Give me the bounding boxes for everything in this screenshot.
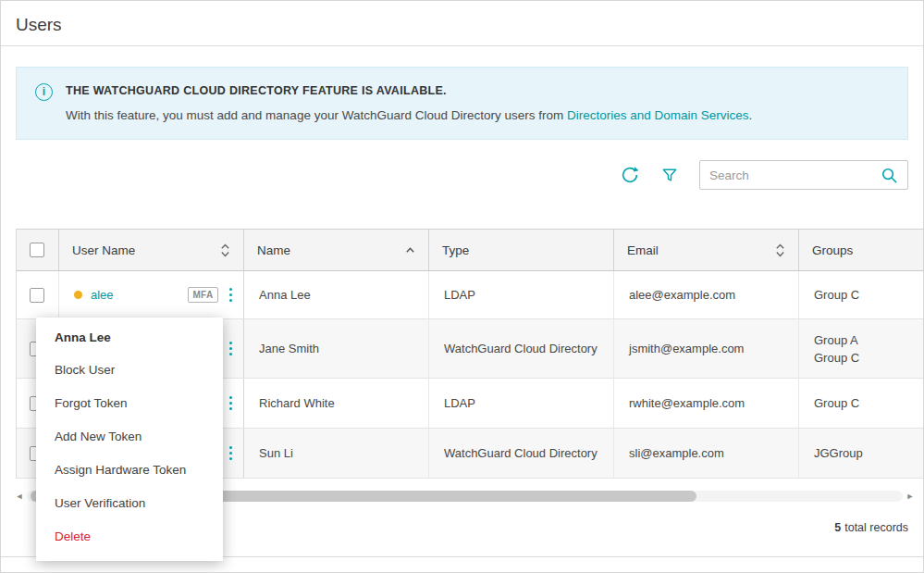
row-menu-icon[interactable]: [229, 288, 233, 303]
header-label-groups: Groups: [812, 243, 853, 257]
table-row[interactable]: alee MFA Anna Lee LDAP alee@example.com …: [17, 271, 924, 319]
row-select-cell: [17, 271, 59, 318]
status-dot-icon: [74, 291, 82, 299]
header-cell-email[interactable]: Email: [614, 230, 799, 270]
sort-both-icon[interactable]: [220, 243, 230, 258]
mfa-badge: MFA: [188, 287, 217, 303]
header-cell-select-all: [17, 230, 59, 270]
banner-body-text: With this feature, you must add and mana…: [66, 108, 567, 122]
groups-cell: Group C: [799, 379, 924, 428]
sort-both-icon[interactable]: [775, 243, 785, 258]
refresh-icon[interactable]: [620, 165, 640, 185]
menu-item-user-verification[interactable]: User Verification: [36, 487, 223, 520]
header-label-email: Email: [627, 243, 659, 257]
header-label-name: Name: [257, 243, 290, 257]
group-line: Group C: [814, 349, 859, 367]
row-menu-icon[interactable]: [229, 342, 233, 356]
name-cell: Anna Lee: [244, 271, 429, 318]
menu-item-forgot-token[interactable]: Forgot Token: [36, 387, 223, 420]
banner-text: THE WATCHGUARD CLOUD DIRECTORY FEATURE I…: [66, 82, 752, 124]
banner-title: THE WATCHGUARD CLOUD DIRECTORY FEATURE I…: [66, 82, 752, 100]
type-cell: LDAP: [429, 379, 614, 428]
search-input[interactable]: [709, 168, 881, 182]
name-cell: Jane Smith: [244, 319, 429, 378]
row-menu-icon[interactable]: [229, 396, 233, 411]
filter-icon[interactable]: [660, 166, 679, 184]
total-records-count: 5: [834, 521, 841, 534]
row-checkbox[interactable]: [30, 288, 44, 303]
users-page: Users i THE WATCHGUARD CLOUD DIRECTORY F…: [0, 0, 924, 573]
header-cell-name[interactable]: Name: [244, 230, 429, 270]
menu-item-delete[interactable]: Delete: [36, 520, 223, 554]
header-cell-groups[interactable]: Groups: [799, 230, 924, 270]
table-toolbar: [16, 160, 908, 190]
group-line: Group A: [814, 331, 859, 349]
page-header: Users: [1, 1, 923, 46]
menu-item-block-user[interactable]: Block User: [36, 354, 223, 387]
menu-item-add-new-token[interactable]: Add New Token: [36, 420, 223, 454]
search-box: [699, 160, 908, 190]
menu-item-assign-hardware-token[interactable]: Assign Hardware Token: [36, 454, 223, 487]
context-menu-title: Anna Lee: [36, 327, 223, 354]
header-cell-user-name[interactable]: User Name: [59, 230, 244, 270]
user-context-menu: Anna Lee Block User Forgot Token Add New…: [36, 318, 223, 561]
email-cell: alee@example.com: [614, 271, 799, 318]
user-name-cell: alee MFA: [59, 271, 244, 318]
groups-cell: Group A Group C: [799, 319, 924, 378]
sort-asc-icon[interactable]: [405, 246, 415, 254]
header-cell-type[interactable]: Type: [429, 230, 614, 270]
scroll-left-icon[interactable]: ◄: [12, 492, 27, 501]
select-all-checkbox[interactable]: [30, 243, 44, 257]
search-icon[interactable]: [881, 167, 898, 184]
name-cell: Richard White: [244, 379, 429, 428]
header-label-type: Type: [442, 243, 469, 257]
banner-body: With this feature, you must add and mana…: [66, 106, 752, 124]
scroll-right-icon[interactable]: ►: [903, 492, 918, 501]
type-cell: WatchGuard Cloud Directory: [429, 319, 614, 378]
page-title: Users: [16, 15, 908, 35]
email-cell: sli@example.com: [614, 429, 799, 478]
type-cell: LDAP: [429, 271, 614, 318]
row-menu-icon[interactable]: [229, 446, 233, 461]
table-header-row: User Name Name: [17, 229, 924, 271]
groups-cell: Group C: [799, 271, 924, 318]
type-cell: WatchGuard Cloud Directory: [429, 429, 614, 478]
directories-domain-services-link[interactable]: Directories and Domain Services: [567, 108, 749, 122]
email-cell: jsmith@example.com: [614, 319, 799, 378]
user-name-link[interactable]: alee: [91, 288, 114, 302]
header-label-user-name: User Name: [72, 243, 135, 257]
total-records-label: total records: [844, 521, 908, 534]
email-cell: rwhite@example.com: [614, 379, 799, 428]
info-icon: i: [35, 83, 53, 101]
name-cell: Sun Li: [244, 429, 429, 478]
info-banner: i THE WATCHGUARD CLOUD DIRECTORY FEATURE…: [16, 67, 908, 140]
banner-body-period: .: [749, 108, 753, 122]
groups-cell: JGGroup: [799, 429, 924, 478]
